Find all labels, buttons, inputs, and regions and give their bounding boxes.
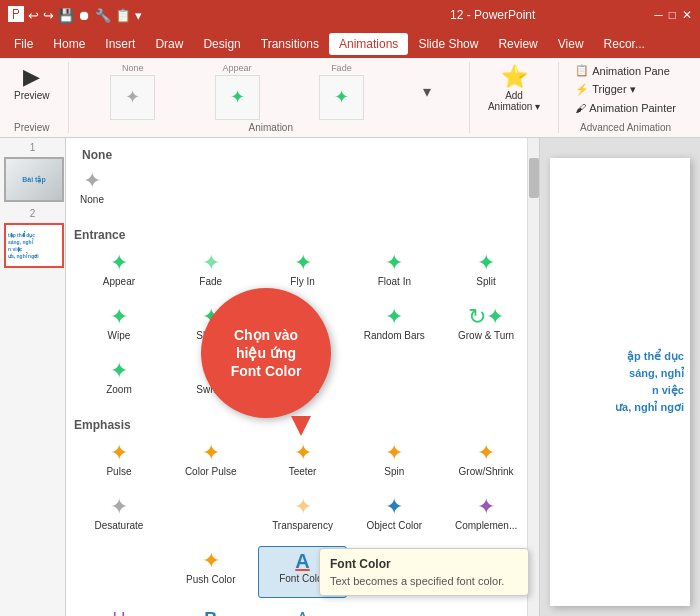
anim-zoom[interactable]: ✦ Zoom [74,356,164,408]
anim-appear[interactable]: ✦ Appear [74,248,164,300]
menu-view[interactable]: View [548,33,594,55]
menu-design[interactable]: Design [193,33,250,55]
advanced-group-title: Advanced Animation [580,122,671,133]
anim-underline[interactable]: U Underline [74,606,164,616]
ribbon: ▶ Preview Preview None ✦ Appear ✦ Fade ✦… [0,58,700,138]
anim-complement[interactable]: ✦ Complemen... [441,492,531,544]
tb-redo[interactable]: ↪ [43,8,54,23]
anim-wipe[interactable]: ✦ Wipe [74,302,164,354]
teeter-icon: ✦ [294,442,312,464]
anim-color-pulse[interactable]: ✦ Color Pulse [166,438,256,490]
pulse-icon: ✦ [110,442,128,464]
add-animation-button[interactable]: ⭐ AddAnimation ▾ [482,62,546,114]
menu-insert[interactable]: Insert [95,33,145,55]
slide-line-4: ưa, nghỉ ngơi [556,401,684,414]
anim-wave[interactable]: A Wave [258,606,348,616]
preview-button[interactable]: ▶ Preview [8,62,56,103]
menu-bar: File Home Insert Draw Design Transitions… [0,30,700,58]
anim-grow-shrink[interactable]: ✦ Grow/Shrink [441,438,531,490]
slide-line-3: n việc [556,384,684,397]
complement-icon: ✦ [477,496,495,518]
transparency-icon: ✦ [294,496,312,518]
powerpoint-icon: 🅿 [8,6,24,24]
tb-record[interactable]: ⏺ [78,8,91,23]
tb-save[interactable]: 💾 [58,8,74,23]
fade-icon: ✦ [202,252,220,274]
animation-panel: None ✦ None Entrance ✦ Appear ✦ Fade ✦ F… [66,138,540,616]
menu-draw[interactable]: Draw [145,33,193,55]
anim-object-color[interactable]: ✦ Object Color [349,492,439,544]
menu-record[interactable]: Recor... [594,33,655,55]
maximize-btn[interactable]: □ [669,8,676,22]
animation-painter-button[interactable]: 🖌 Animation Painter [571,100,680,116]
flyin-icon: ✦ [294,252,312,274]
title-bar-controls: ─ □ ✕ [654,8,692,22]
wave-icon: A [297,610,309,616]
tb-settings[interactable]: 🔧 [95,8,111,23]
ribbon-advanced-group: 📋 Animation Pane ⚡ Trigger ▾ 🖌 Animation… [571,62,692,133]
anim-grow-turn[interactable]: ↻✦ Grow & Turn [441,302,531,354]
anim-none[interactable]: ✦ None [78,166,106,218]
preview-group-title: Preview [14,122,50,133]
appear-icon: ✦ [110,252,128,274]
trigger-button[interactable]: ⚡ Trigger ▾ [571,81,680,98]
menu-animations[interactable]: Animations [329,33,408,55]
anim-push-color[interactable]: ✦ Push Color [166,546,256,598]
anim-teeter[interactable]: ✦ Teeter [258,438,348,490]
anim-bold-flash[interactable]: B Bold Flas... [166,606,256,616]
preview-label: Preview [14,90,50,101]
animation-group-title: Animation [249,122,293,133]
anim-transparency[interactable]: ✦ Transparency [258,492,348,544]
section-none: None [74,142,531,164]
floatin-icon: ✦ [385,252,403,274]
annotation-balloon: Chọn vào hiệu ứng Font Color [201,288,331,418]
menu-transitions[interactable]: Transitions [251,33,329,55]
slide-thumb-2[interactable]: tập thể dục sáng, nghỉ n việc ưa, nghỉ n… [4,223,64,268]
tooltip-description: Text becomes a specified font color. [330,575,518,587]
none-section: None ✦ None [66,138,539,222]
zoom-icon: ✦ [110,360,128,382]
tb-undo[interactable]: ↩ [28,8,39,23]
anim-random-bars[interactable]: ✦ Random Bars [349,302,439,354]
menu-slideshow[interactable]: Slide Show [408,33,488,55]
anim-pulse[interactable]: ✦ Pulse [74,438,164,490]
close-btn[interactable]: ✕ [682,8,692,22]
none-icon: ✦ [83,170,101,192]
anim-spin[interactable]: ✦ Spin [349,438,439,490]
menu-review[interactable]: Review [488,33,547,55]
anim-desaturate[interactable]: ✦ Desaturate [74,492,164,544]
advanced-buttons: 📋 Animation Pane ⚡ Trigger ▾ 🖌 Animation… [571,62,680,116]
fontcolor-icon: A [295,551,309,571]
tb-clipboard[interactable]: 📋 [115,8,131,23]
add-animation-label: AddAnimation ▾ [488,90,540,112]
objectcolor-icon: ✦ [385,496,403,518]
more-emphasis-grid: U Underline B Bold Flas... A Wave [66,602,539,616]
none-item[interactable]: ✦ None [74,164,531,222]
anim-float-in[interactable]: ✦ Float In [349,248,439,300]
more-animations-btn[interactable]: ▾ [423,82,431,101]
none-label: None [80,194,104,206]
minimize-btn[interactable]: ─ [654,8,663,22]
main-area: 1 Bài tập 2 tập thể dục sáng, nghỉ n việ… [0,138,700,616]
anim-split[interactable]: ✦ Split [441,248,531,300]
pushcolor-icon: ✦ [202,550,220,572]
desaturate-icon: ✦ [110,496,128,518]
scrollbar[interactable] [527,138,539,616]
ribbon-add-animation-group: ⭐ AddAnimation ▾ [482,62,559,133]
app-title: 12 - PowerPoint [331,8,654,22]
slide-preview: ập thể dục sáng, nghỉ n việc ưa, nghỉ ng… [550,158,690,606]
ribbon-animation-group: None ✦ Appear ✦ Fade ✦ ▾ Animation [81,62,470,133]
painter-icon: 🖌 [575,102,586,114]
slide-content-area: ập thể dục sáng, nghỉ n việc ưa, nghỉ ng… [540,138,700,616]
menu-file[interactable]: File [4,33,43,55]
slide-thumb-1[interactable]: Bài tập [4,157,64,202]
add-animation-icon: ⭐ [501,64,528,90]
menu-home[interactable]: Home [43,33,95,55]
slide-line-1: ập thể dục [556,350,684,363]
tb-dropdown[interactable]: ▾ [135,8,142,23]
trigger-icon: ⚡ [575,83,589,96]
colorpulse-icon: ✦ [202,442,220,464]
animation-pane-button[interactable]: 📋 Animation Pane [571,62,680,79]
ribbon-preview-group: ▶ Preview Preview [8,62,69,133]
font-color-tooltip: Font Color Text becomes a specified font… [319,548,529,596]
